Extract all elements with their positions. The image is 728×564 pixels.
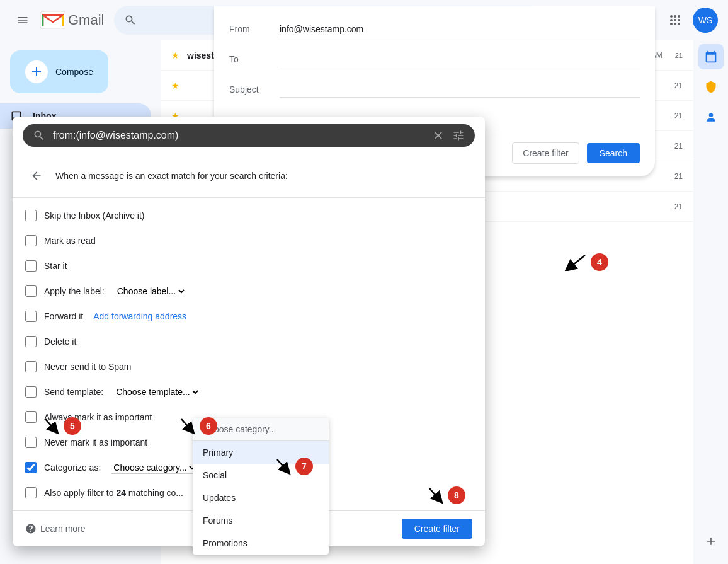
subject-label: Subject xyxy=(229,84,280,95)
to-label: To xyxy=(229,54,280,64)
from-label: From xyxy=(229,24,280,34)
help-circle-icon xyxy=(25,523,37,534)
categorize-checkbox[interactable] xyxy=(25,462,37,473)
arrow-6-icon xyxy=(175,416,197,435)
filter-option-mark-read: Mark as read xyxy=(25,228,472,253)
annotation-4: 4 xyxy=(563,252,608,271)
add-icon[interactable] xyxy=(698,529,724,554)
never-spam-checkbox[interactable] xyxy=(25,361,37,372)
delete-label: Delete it xyxy=(44,337,76,347)
to-input[interactable] xyxy=(280,52,640,67)
subject-row: Subject xyxy=(229,77,640,102)
tasks-icon[interactable] xyxy=(698,74,724,100)
compose-plus-icon xyxy=(25,60,48,83)
never-spam-label: Never send it to Spam xyxy=(44,362,132,372)
skip-inbox-checkbox[interactable] xyxy=(25,210,37,221)
filter-search-icon xyxy=(33,129,45,142)
right-sidebar xyxy=(693,0,728,564)
never-important-checkbox[interactable] xyxy=(25,437,37,448)
annotation-7: 7 xyxy=(271,456,313,475)
label-select[interactable]: Choose label... Personal Work xyxy=(115,285,186,297)
tune-filter-icon[interactable] xyxy=(452,129,465,142)
filter-option-forward: Forward it Add forwarding address xyxy=(25,304,472,329)
clear-filter-icon[interactable] xyxy=(432,129,445,142)
delete-checkbox[interactable] xyxy=(25,336,37,347)
dropdown-item-forums[interactable]: Forums xyxy=(193,509,329,532)
apply-label-text: Apply the label: xyxy=(44,286,105,296)
arrow-8-icon xyxy=(423,485,445,504)
annotation-8: 8 xyxy=(423,485,465,504)
svg-rect-0 xyxy=(40,11,65,29)
always-important-checkbox[interactable] xyxy=(25,411,37,423)
mark-read-checkbox[interactable] xyxy=(25,235,37,246)
from-input[interactable] xyxy=(280,21,640,37)
skip-inbox-label: Skip the Inbox (Archive it) xyxy=(44,210,145,221)
template-select[interactable]: Choose template... xyxy=(113,386,200,398)
annotation-5: 5 xyxy=(39,416,81,435)
dropdown-item-promotions[interactable]: Promotions xyxy=(193,532,329,555)
back-button[interactable] xyxy=(25,164,48,187)
search-button[interactable]: Search xyxy=(587,143,640,163)
add-forwarding-link[interactable]: Add forwarding address xyxy=(93,311,186,321)
learn-more-text: Learn more xyxy=(40,524,86,534)
step-badge-5: 5 xyxy=(64,417,81,435)
compose-label: Compose xyxy=(55,67,93,77)
filter-option-skip-inbox: Skip the Inbox (Archive it) xyxy=(25,203,472,228)
calendar-icon[interactable] xyxy=(698,44,724,69)
star-checkbox[interactable] xyxy=(25,260,37,272)
step-badge-4: 4 xyxy=(591,253,608,271)
dropdown-item-updates[interactable]: Updates xyxy=(193,486,329,509)
filter-header: When a message is an exact match for you… xyxy=(13,154,485,198)
to-row: To xyxy=(229,47,640,72)
filter-option-star: Star it xyxy=(25,253,472,279)
categorize-text: Categorize as: xyxy=(44,463,101,473)
also-apply-checkbox[interactable] xyxy=(25,487,37,498)
criteria-text: When a message is an exact match for you… xyxy=(55,171,288,181)
arrow-5-icon xyxy=(39,416,61,435)
create-filter-button[interactable]: Create filter xyxy=(512,142,579,164)
mark-read-label: Mark as read xyxy=(44,236,96,246)
learn-more-link[interactable]: Learn more xyxy=(25,523,86,534)
apps-button[interactable] xyxy=(663,8,688,33)
menu-icon[interactable] xyxy=(10,8,35,33)
filter-option-never-spam: Never send it to Spam xyxy=(25,354,472,379)
forward-checkbox[interactable] xyxy=(25,311,37,322)
avatar[interactable]: WS xyxy=(693,8,718,33)
send-template-checkbox[interactable] xyxy=(25,386,37,398)
also-apply-label: Also apply filter to 24 matching co... xyxy=(44,488,183,498)
filter-search-bar: from:(info@wisestamp.com) xyxy=(23,124,475,147)
create-filter-submit-button[interactable]: Create filter xyxy=(402,519,472,539)
step-badge-7: 7 xyxy=(295,458,313,475)
never-important-label: Never mark it as important xyxy=(44,437,147,447)
apply-label-checkbox[interactable] xyxy=(25,285,37,297)
arrow-7-icon xyxy=(271,456,293,475)
annotation-6: 6 xyxy=(175,416,217,435)
star-label: Star it xyxy=(44,261,67,271)
compose-button[interactable]: Compose xyxy=(10,50,108,93)
filter-option-apply-label: Apply the label: Choose label... Persona… xyxy=(25,279,472,304)
from-row: From xyxy=(229,16,640,42)
category-select[interactable]: Choose category... Primary Social Update… xyxy=(111,462,197,474)
app-title: Gmail xyxy=(68,12,104,28)
step-badge-6: 6 xyxy=(200,417,217,435)
gmail-logo: Gmail xyxy=(40,11,104,29)
search-icon xyxy=(124,14,137,26)
step-badge-8: 8 xyxy=(448,486,465,504)
arrow-4-icon xyxy=(563,252,588,271)
filter-search-query: from:(info@wisestamp.com) xyxy=(53,130,424,141)
send-template-text: Send template: xyxy=(44,387,103,397)
forward-label: Forward it xyxy=(44,311,83,321)
subject-input[interactable] xyxy=(280,82,640,98)
category-dropdown: Choose category... Primary Social Update… xyxy=(193,418,329,555)
contacts-icon[interactable] xyxy=(698,105,724,130)
filter-option-send-template: Send template: Choose template... xyxy=(25,379,472,405)
filter-option-delete: Delete it xyxy=(25,329,472,354)
